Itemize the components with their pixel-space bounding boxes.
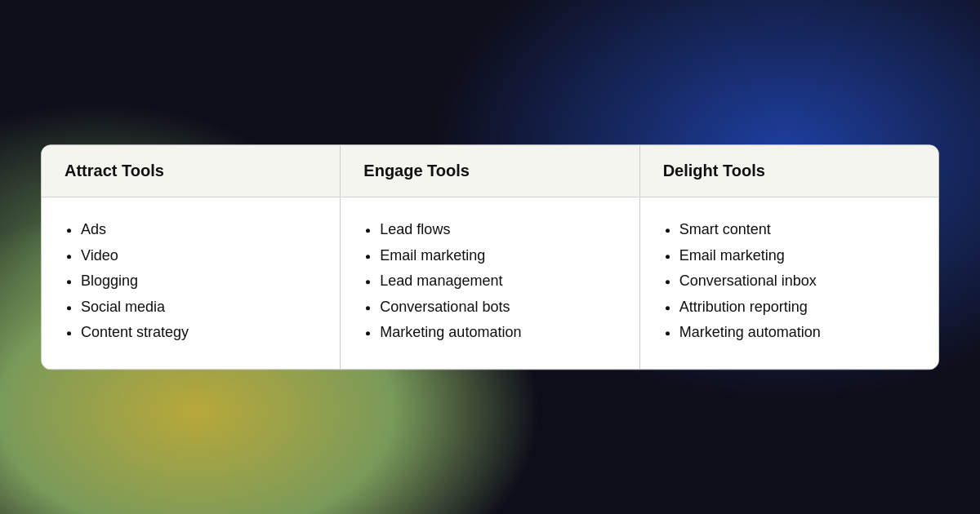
list-item: Social media [81, 295, 317, 321]
list-item: Conversational bots [380, 295, 616, 321]
list-item: Ads [81, 217, 317, 243]
table-body-row: AdsVideoBloggingSocial mediaContent stra… [42, 197, 938, 369]
main-container: Attract ToolsEngage ToolsDelight Tools A… [41, 144, 939, 370]
body-cell-2: Smart contentEmail marketingConversation… [640, 197, 938, 369]
list-item: Marketing automation [679, 320, 915, 346]
header-cell-1: Engage Tools [341, 145, 639, 197]
list-item: Smart content [679, 217, 915, 243]
list-item: Lead management [380, 268, 616, 295]
list-item: Content strategy [81, 320, 317, 346]
list-item: Blogging [81, 268, 317, 295]
table-header-row: Attract ToolsEngage ToolsDelight Tools [42, 145, 938, 197]
body-cell-0: AdsVideoBloggingSocial mediaContent stra… [42, 197, 341, 369]
list-item: Email marketing [380, 243, 616, 269]
list-item: Lead flows [380, 217, 616, 243]
list-item: Marketing automation [380, 320, 616, 346]
list-item: Email marketing [679, 243, 915, 269]
list-item: Conversational inbox [679, 268, 915, 295]
tools-table: Attract ToolsEngage ToolsDelight Tools A… [41, 144, 939, 370]
header-cell-0: Attract Tools [42, 145, 341, 197]
list-item: Attribution reporting [679, 295, 915, 321]
list-item: Video [81, 243, 317, 269]
body-cell-1: Lead flowsEmail marketingLead management… [341, 197, 639, 369]
header-cell-2: Delight Tools [640, 145, 938, 197]
